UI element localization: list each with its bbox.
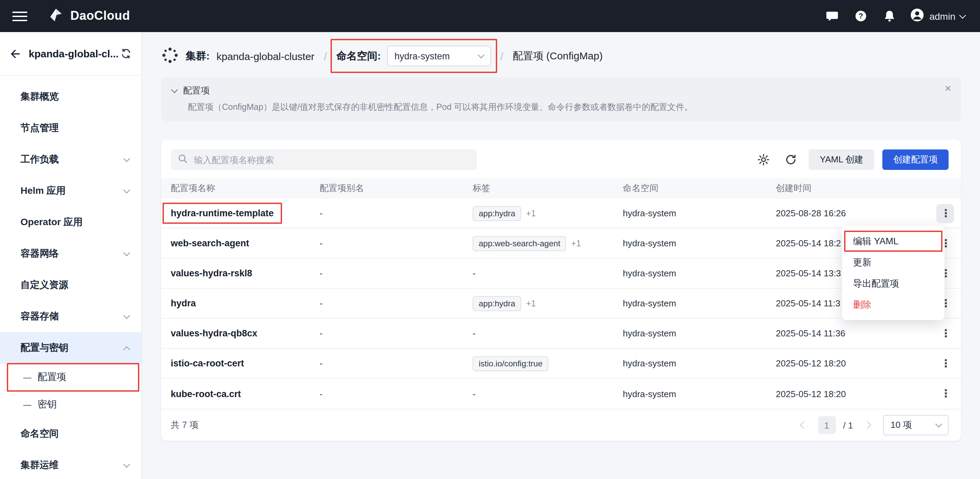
labels-cell: app:hydra+1 (473, 296, 623, 311)
banner-collapse-toggle[interactable]: 配置项 (172, 85, 950, 97)
created-time: 2025-05-14 11:36 (776, 328, 845, 338)
created-time: 2025-05-14 13:3 (776, 268, 841, 278)
created-cell: 2025-05-12 18:20 (776, 358, 916, 368)
info-banner: 配置项 配置项（ConfigMap）是以键/值对形式保存的非机密性配置信息，Po… (161, 77, 961, 121)
brand-logo[interactable]: DaoCloud (46, 6, 130, 26)
help-icon[interactable]: ? (850, 5, 873, 28)
row-actions-kebab-button[interactable]: ⋮ (936, 354, 954, 373)
page-size-select[interactable]: 10 项 (883, 415, 948, 435)
created-time: 2025-08-28 16:26 (776, 208, 846, 218)
configmap-alias: - (320, 328, 323, 338)
alias-cell: - (320, 208, 473, 218)
close-icon[interactable]: × (945, 82, 951, 94)
sidebar-item-workloads[interactable]: 工作负载 (0, 144, 142, 175)
breadcrumb-cluster-label: 集群: (186, 49, 210, 62)
column-header-name: 配置项名称 (171, 182, 320, 195)
sidebar-item-label: 自定义资源 (21, 279, 68, 291)
breadcrumb-separator: / (324, 50, 327, 62)
namespace-select[interactable]: hydra-system (387, 46, 491, 66)
annotation-highlight-configmap-name (162, 203, 282, 224)
brand-name: DaoCloud (70, 9, 130, 23)
menu-toggle-icon[interactable] (12, 11, 27, 21)
sidebar-item-operator-apps[interactable]: Operator 应用 (0, 207, 142, 238)
created-time: 2025-05-12 18:20 (776, 389, 846, 399)
namespace-value: hydra-system (623, 389, 676, 399)
row-actions-kebab-button[interactable]: ⋮ (936, 204, 954, 223)
refresh-icon[interactable] (782, 150, 801, 169)
configmap-name[interactable]: web-search-agent (171, 238, 249, 248)
username: admin (929, 11, 955, 22)
namespace-select-value: hydra-system (395, 51, 450, 61)
messages-icon[interactable] (821, 5, 844, 28)
configmap-card: YAML 创建 创建配置项 配置项名称 配置项别名 标签 命名空间 创建时间 h… (161, 140, 961, 441)
page-total: / 1 (843, 420, 853, 430)
sidebar-item-config-and-secrets[interactable]: 配置与密钥 (0, 332, 142, 364)
account-menu[interactable]: admin (907, 7, 968, 25)
search-input[interactable] (192, 154, 470, 165)
namespace-cell: hydra-system (623, 238, 776, 248)
configmap-alias: - (320, 238, 323, 248)
actions-cell: ⋮ (916, 324, 954, 343)
name-cell: web-search-agent (171, 238, 320, 248)
configmap-alias: - (320, 208, 323, 218)
name-cell: values-hydra-qb8cx (171, 328, 320, 338)
sidebar-header: kpanda-global-cl... (0, 32, 142, 76)
banner-description: 配置项（ConfigMap）是以键/值对形式保存的非机密性配置信息，Pod 可以… (188, 102, 950, 113)
sidebar-item-namespaces[interactable]: 命名空间 (0, 418, 142, 450)
menu-item-export-configmap[interactable]: 导出配置项 (842, 273, 945, 294)
chevron-down-icon (123, 461, 130, 468)
configmap-name[interactable]: hydra-runtime-template (171, 208, 274, 218)
namespace-value: hydra-system (623, 268, 676, 278)
row-actions-kebab-button[interactable]: ⋮ (936, 324, 954, 343)
sidebar-item-node-management[interactable]: 节点管理 (0, 113, 142, 144)
menu-item-delete[interactable]: 删除 (842, 294, 945, 315)
configmap-name[interactable]: values-hydra-qb8cx (171, 328, 258, 338)
notifications-bell-icon[interactable] (878, 5, 902, 28)
sidebar-item-secrets[interactable]: —密钥 (0, 391, 142, 418)
configmap-name[interactable]: kube-root-ca.crt (171, 389, 241, 399)
yaml-create-button[interactable]: YAML 创建 (809, 149, 874, 170)
name-cell: hydra-runtime-template (171, 208, 320, 218)
gear-icon[interactable] (754, 150, 773, 169)
sidebar-item-cluster-ops[interactable]: 集群运维 (0, 450, 142, 479)
sidebar-item-custom-resources[interactable]: 自定义资源 (0, 270, 142, 301)
annotation-highlight-edit-yaml (844, 231, 942, 252)
actions-cell: ⋮ (916, 384, 954, 403)
sidebar-item-label: 命名空间 (21, 428, 59, 440)
total-count: 共 7 项 (171, 419, 198, 431)
sidebar-item-helm-apps[interactable]: Helm 应用 (0, 175, 142, 207)
configmap-name[interactable]: istio-ca-root-cert (171, 358, 244, 368)
prev-page-button[interactable] (795, 417, 810, 433)
sidebar-item-label: Operator 应用 (21, 216, 83, 228)
namespace-cell: hydra-system (623, 328, 776, 338)
configmap-name[interactable]: hydra (171, 298, 196, 308)
sidebar-item-cluster-overview[interactable]: 集群概览 (0, 81, 142, 113)
row-actions-kebab-button[interactable]: ⋮ (936, 384, 954, 403)
switch-cluster-icon[interactable] (120, 48, 132, 59)
chevron-down-icon (477, 52, 484, 58)
table-row: hydra-runtime-template-app:hydra+1hydra-… (161, 198, 961, 228)
sidebar-item-label: 节点管理 (21, 122, 59, 135)
sidebar-item-container-storage[interactable]: 容器存储 (0, 301, 142, 332)
name-cell: values-hydra-rskl8 (171, 268, 320, 278)
alias-cell: - (320, 298, 473, 308)
sidebar-item-container-network[interactable]: 容器网络 (0, 238, 142, 270)
back-arrow-icon[interactable] (10, 48, 22, 60)
namespace-cell: hydra-system (623, 389, 776, 399)
alias-cell: - (320, 238, 473, 248)
breadcrumb-cluster-value[interactable]: kpanda-global-cluster (216, 50, 315, 62)
namespace-value: hydra-system (623, 238, 676, 248)
next-page-button[interactable] (861, 417, 875, 433)
configmap-name[interactable]: values-hydra-rskl8 (171, 268, 252, 278)
namespace-selector-group: 命名空间: hydra-system (336, 46, 491, 66)
table-row: values-hydra-rskl8--hydra-system2025-05-… (161, 259, 961, 289)
menu-item-update[interactable]: 更新 (842, 252, 945, 273)
sidebar-item-label: 容器存储 (21, 311, 59, 323)
sidebar-item-configmaps[interactable]: —配置项 (0, 364, 142, 391)
configmap-alias: - (320, 268, 323, 278)
create-configmap-button[interactable]: 创建配置项 (882, 149, 948, 170)
table-row: web-search-agent-app:web-search-agent+1h… (161, 228, 961, 259)
chevron-down-icon (123, 312, 130, 319)
alias-cell: - (320, 328, 473, 338)
menu-item-edit-yaml[interactable]: 编辑 YAML (842, 231, 945, 252)
